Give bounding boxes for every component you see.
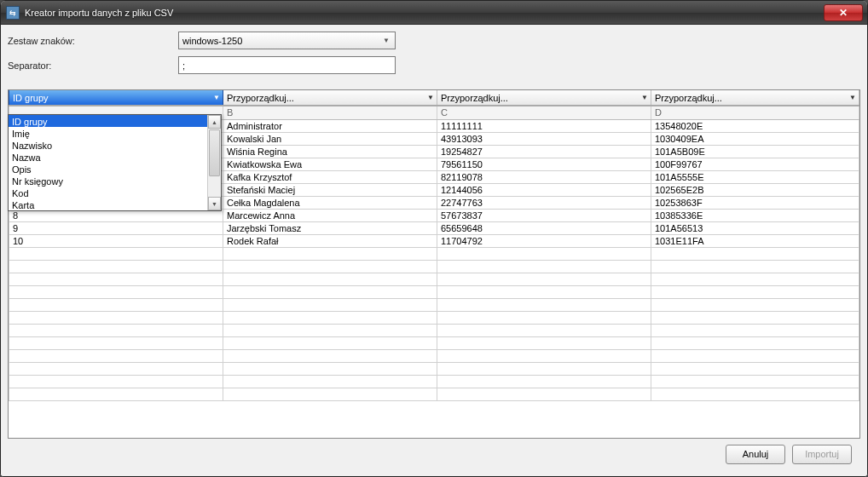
table-cell: 10 bbox=[9, 234, 223, 247]
dropdown-item[interactable]: Opis bbox=[9, 163, 221, 175]
scroll-thumb[interactable] bbox=[209, 129, 220, 176]
charset-value: windows-1250 bbox=[182, 36, 242, 46]
table-row bbox=[9, 298, 859, 311]
separator-label: Separator: bbox=[8, 60, 178, 71]
column-header-2[interactable]: Przyporządkuj... ▼ bbox=[223, 90, 437, 106]
scroll-down-button[interactable]: ▼ bbox=[208, 197, 221, 210]
table-cell: 101A5B09E bbox=[651, 145, 859, 158]
scroll-up-button[interactable]: ▲ bbox=[208, 115, 221, 129]
table-cell: Kowalski Jan bbox=[223, 132, 437, 145]
table-row bbox=[9, 375, 859, 388]
table-cell: Rodek Rafał bbox=[223, 234, 437, 247]
content-area: Zestaw znaków: windows-1250 ▼ Separator:… bbox=[1, 25, 867, 476]
table-row bbox=[9, 311, 859, 324]
table-cell: 82119078 bbox=[437, 170, 651, 183]
titlebar[interactable]: ⇆ Kreator importu danych z pliku CSV ✕ bbox=[1, 1, 867, 25]
table-cell: 9 bbox=[9, 221, 223, 234]
column-header-3[interactable]: Przyporządkuj... ▼ bbox=[437, 90, 651, 106]
table-cell: 43913093 bbox=[437, 132, 651, 145]
table-cell: 100F99767 bbox=[651, 158, 859, 170]
table-cell: Kwiatkowska Ewa bbox=[223, 158, 437, 170]
table-row bbox=[9, 336, 859, 349]
dropdown-item[interactable]: Nr księgowy bbox=[9, 175, 221, 187]
column-mapping-dropdown[interactable]: ID grupyImięNazwiskoNazwaOpisNr księgowy… bbox=[8, 114, 222, 211]
table-cell: 10253863F bbox=[651, 196, 859, 209]
dropdown-item[interactable]: Karta bbox=[9, 198, 221, 210]
table-cell: 1031E11FA bbox=[651, 234, 859, 247]
dropdown-item[interactable]: Imię bbox=[9, 127, 221, 139]
separator-input[interactable]: ; bbox=[178, 56, 396, 74]
dialog-window: ⇆ Kreator importu danych z pliku CSV ✕ Z… bbox=[0, 0, 868, 477]
column-letter-cell: B bbox=[223, 106, 437, 119]
dropdown-item[interactable]: ID grupy bbox=[9, 115, 221, 127]
table-cell: 13548020E bbox=[651, 119, 859, 132]
table-cell: 10385336E bbox=[651, 209, 859, 221]
table-cell: 65659648 bbox=[437, 221, 651, 234]
table-row bbox=[9, 273, 859, 285]
dropdown-scrollbar[interactable]: ▲ ▼ bbox=[207, 115, 221, 210]
table-row[interactable]: 9Jarzębski Tomasz65659648101A56513 bbox=[9, 221, 859, 234]
table-cell: 101A56513 bbox=[651, 221, 859, 234]
table-row bbox=[9, 349, 859, 362]
table-row bbox=[9, 324, 859, 336]
table-cell: 102565E2B bbox=[651, 183, 859, 196]
table-row bbox=[9, 247, 859, 260]
table-row bbox=[9, 388, 859, 400]
table-row bbox=[9, 362, 859, 375]
import-button[interactable]: Importuj bbox=[792, 445, 852, 464]
close-icon: ✕ bbox=[839, 7, 848, 19]
table-cell: 19254827 bbox=[437, 145, 651, 158]
window-title: Kreator importu danych z pliku CSV bbox=[25, 8, 824, 18]
column-header-4[interactable]: Przyporządkuj... ▼ bbox=[651, 90, 859, 106]
table-cell: Jarzębski Tomasz bbox=[223, 221, 437, 234]
app-icon: ⇆ bbox=[6, 6, 20, 20]
separator-row: Separator: ; bbox=[8, 56, 860, 74]
charset-label: Zestaw znaków: bbox=[8, 36, 178, 46]
table-row bbox=[9, 260, 859, 273]
table-row[interactable]: 10Rodek Rafał117047921031E11FA bbox=[9, 234, 859, 247]
table-cell: Administrator bbox=[223, 119, 437, 132]
table-cell: 57673837 bbox=[437, 209, 651, 221]
dropdown-item[interactable]: Nazwisko bbox=[9, 139, 221, 151]
table-cell: Wiśnia Regina bbox=[223, 145, 437, 158]
charset-combo[interactable]: windows-1250 ▼ bbox=[178, 32, 396, 49]
table-cell: 79561150 bbox=[437, 158, 651, 170]
table-cell: Marcewicz Anna bbox=[223, 209, 437, 221]
header-row: ID grupy ▼ Przyporządkuj... ▼ Przyporząd… bbox=[9, 90, 859, 106]
table-cell: Cełka Magdalena bbox=[223, 196, 437, 209]
column-header-1[interactable]: ID grupy ▼ bbox=[9, 90, 223, 106]
chevron-down-icon: ▼ bbox=[427, 94, 434, 101]
column-letter-cell: D bbox=[651, 106, 859, 119]
chevron-down-icon: ▼ bbox=[213, 94, 220, 101]
cancel-button[interactable]: Anuluj bbox=[726, 445, 785, 464]
table-cell: Stefański Maciej bbox=[223, 183, 437, 196]
table-cell: 11111111 bbox=[437, 119, 651, 132]
chevron-down-icon: ▼ bbox=[641, 94, 648, 101]
table-row bbox=[9, 285, 859, 298]
chevron-down-icon: ▼ bbox=[849, 94, 856, 101]
table-cell: 22747763 bbox=[437, 196, 651, 209]
button-bar: Anuluj Importuj bbox=[8, 439, 860, 469]
separator-value: ; bbox=[182, 60, 185, 71]
charset-row: Zestaw znaków: windows-1250 ▼ bbox=[8, 32, 860, 49]
table-cell: 11704792 bbox=[437, 234, 651, 247]
table-cell: 101A5555E bbox=[651, 170, 859, 183]
dropdown-item[interactable]: Nazwa bbox=[9, 151, 221, 163]
dropdown-item[interactable]: Kod bbox=[9, 187, 221, 198]
chevron-down-icon: ▼ bbox=[379, 34, 393, 47]
table-cell: 1030409EA bbox=[651, 132, 859, 145]
table-cell: Kafka Krzysztof bbox=[223, 170, 437, 183]
table-cell: 12144056 bbox=[437, 183, 651, 196]
column-letter-cell: C bbox=[437, 106, 651, 119]
close-button[interactable]: ✕ bbox=[824, 4, 863, 21]
